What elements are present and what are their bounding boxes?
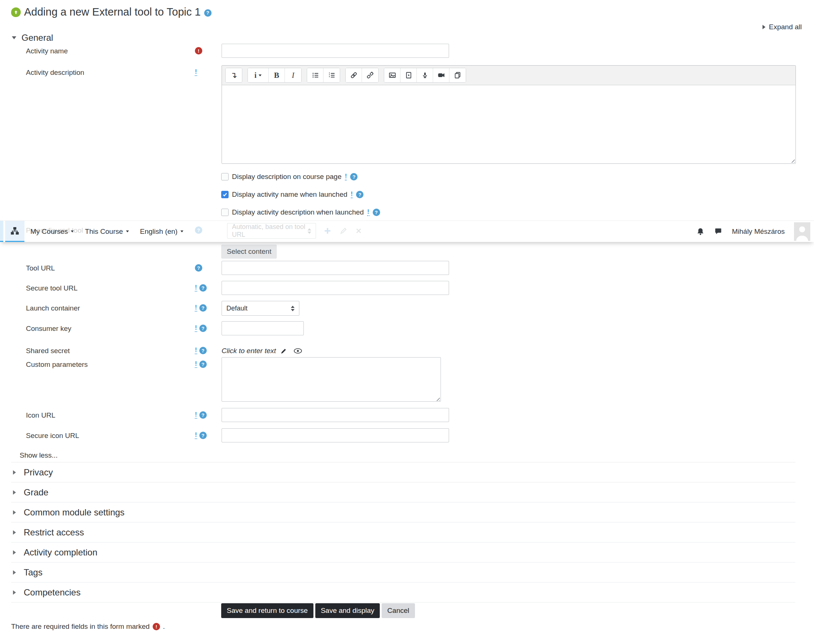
help-icon[interactable]: ? — [199, 432, 207, 439]
consumer-key-input[interactable] — [222, 321, 304, 335]
bold-button[interactable]: B — [268, 68, 285, 82]
editor-content-area[interactable] — [222, 85, 796, 163]
eye-icon[interactable] — [293, 348, 302, 354]
page-title-row: Adding a new External tool to Topic 1 ? — [11, 6, 212, 18]
check-icon — [222, 192, 227, 197]
custom-parameters-label: Custom parameters — [26, 357, 195, 369]
font-style-menu-button[interactable]: i — [248, 68, 268, 82]
save-and-display-button[interactable]: Save and display — [315, 603, 380, 618]
secure-tool-url-label: Secure tool URL — [26, 281, 195, 292]
launch-container-label: Launch container — [26, 301, 195, 312]
link-button[interactable] — [346, 68, 362, 82]
launch-container-value: Default — [226, 305, 247, 312]
warning-icon: ! — [351, 191, 353, 198]
collapsed-sections: Privacy Grade Common module settings Res… — [11, 462, 796, 603]
help-icon[interactable]: ? — [373, 209, 380, 216]
section-header-grade[interactable]: Grade — [11, 482, 796, 502]
nav-item-this-course[interactable]: This Course — [85, 221, 129, 242]
warning-icon: ! — [195, 284, 197, 291]
avatar[interactable] — [794, 222, 810, 241]
warning-icon: ! — [195, 69, 197, 76]
help-icon[interactable]: ? — [199, 325, 207, 332]
tool-url-input[interactable] — [222, 261, 449, 275]
help-icon[interactable]: ? — [199, 284, 207, 291]
secure-icon-url-row: Secure icon URL ! ? — [0, 428, 814, 442]
chevron-right-icon — [13, 530, 16, 535]
page: Adding a new External tool to Topic 1 ? … — [0, 0, 814, 644]
display-description-checkbox[interactable] — [221, 173, 228, 181]
activity-name-input[interactable] — [222, 44, 449, 58]
copy-files-icon — [454, 72, 461, 79]
resize-handle[interactable] — [790, 158, 795, 163]
insert-image-button[interactable] — [384, 68, 400, 82]
cancel-button[interactable]: Cancel — [382, 603, 415, 618]
user-name[interactable]: Mihály Mészáros — [732, 227, 785, 236]
warning-icon: ! — [195, 347, 197, 354]
unlink-button[interactable] — [362, 68, 378, 82]
site-home-tab[interactable] — [5, 221, 25, 242]
messages-icon[interactable] — [714, 227, 722, 236]
microphone-icon — [421, 72, 429, 79]
numbered-list-icon — [328, 72, 335, 79]
chevron-right-icon — [13, 510, 16, 515]
nav-tab-partial — [0, 221, 3, 242]
display-description-checkbox-row: Display description on course page ! ? — [221, 171, 357, 182]
warning-icon: ! — [345, 173, 347, 181]
page-title: Adding a new External tool to Topic 1 — [24, 6, 201, 18]
select-arrows-icon — [291, 306, 294, 311]
section-header-general[interactable]: General — [12, 32, 53, 43]
display-activity-description-checkbox[interactable] — [221, 209, 228, 216]
nav-item-my-courses[interactable]: My Courses — [31, 221, 74, 242]
help-icon[interactable]: ? — [199, 411, 207, 419]
title-help-icon[interactable]: ? — [204, 9, 212, 17]
record-video-button[interactable] — [433, 68, 449, 82]
shared-secret-row: Shared secret ! ? Click to enter text — [0, 345, 814, 355]
section-header-privacy[interactable]: Privacy — [11, 462, 796, 482]
manage-files-button[interactable] — [449, 68, 466, 82]
italic-button[interactable]: I — [285, 68, 301, 82]
toolbar-toggle-button[interactable]: ↴ — [225, 68, 242, 82]
help-icon[interactable]: ? — [356, 191, 363, 198]
help-icon[interactable]: ? — [199, 304, 207, 311]
navbar: My Courses This Course English (en) Mihá… — [0, 221, 814, 242]
tool-url-row: Tool URL ? — [0, 261, 814, 275]
secure-tool-url-input[interactable] — [222, 281, 449, 295]
chevron-right-icon — [13, 490, 16, 495]
activity-description-row: Activity description ! ↴ i B I — [0, 65, 814, 164]
launch-container-select[interactable]: Default — [222, 301, 299, 316]
section-header-common-module-settings[interactable]: Common module settings — [11, 502, 796, 522]
consumer-key-label: Consumer key — [26, 321, 195, 333]
record-audio-button[interactable] — [417, 68, 433, 82]
help-icon[interactable]: ? — [195, 264, 202, 271]
secure-icon-url-input[interactable] — [222, 428, 449, 442]
warning-icon: ! — [195, 432, 197, 439]
show-less-link[interactable]: Show less... — [20, 451, 57, 460]
external-tool-activity-icon — [11, 8, 21, 17]
shared-secret-placeholder[interactable]: Click to enter text — [222, 347, 276, 355]
sections-divider — [11, 602, 796, 603]
insert-media-button[interactable] — [400, 68, 417, 82]
nav-item-language[interactable]: English (en) — [140, 221, 183, 242]
custom-parameters-textarea[interactable] — [222, 357, 441, 402]
expand-all-link[interactable]: Expand all — [762, 23, 802, 31]
help-icon[interactable]: ? — [199, 360, 207, 368]
section-header-tags[interactable]: Tags — [11, 562, 796, 582]
warning-icon: ! — [195, 325, 197, 332]
chevron-down-icon — [12, 36, 16, 39]
pencil-icon[interactable] — [280, 348, 287, 354]
display-activity-name-checkbox[interactable] — [221, 191, 228, 198]
chevron-right-icon — [13, 570, 16, 575]
help-icon[interactable]: ? — [350, 173, 357, 181]
notifications-bell-icon[interactable] — [696, 227, 705, 236]
section-header-activity-completion[interactable]: Activity completion — [11, 542, 796, 562]
warning-icon: ! — [367, 209, 369, 216]
section-header-restrict-access[interactable]: Restrict access — [11, 522, 796, 542]
bullet-list-button[interactable] — [307, 68, 323, 82]
icon-url-row: Icon URL ! ? — [0, 408, 814, 422]
save-and-return-button[interactable]: Save and return to course — [221, 603, 313, 618]
help-icon[interactable]: ? — [199, 347, 207, 354]
section-header-competencies[interactable]: Competencies — [11, 582, 796, 602]
numbered-list-button[interactable] — [323, 68, 340, 82]
select-content-button[interactable]: Select content — [221, 245, 277, 259]
icon-url-input[interactable] — [222, 408, 449, 422]
